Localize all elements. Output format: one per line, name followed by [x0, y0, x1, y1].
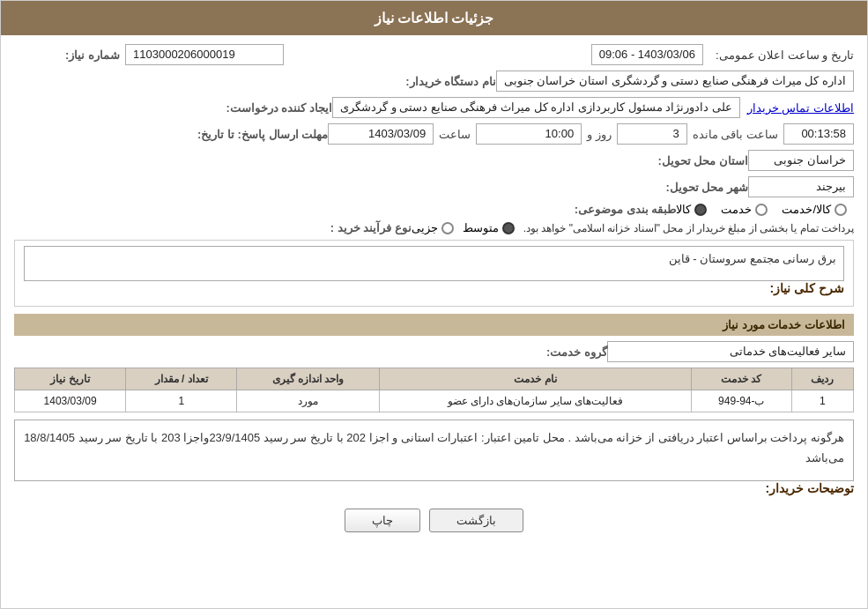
purchase-radio-group: متوسط جزیی	[412, 221, 515, 234]
purchase-note: پرداخت تمام یا بخشی از مبلغ خریدار از مح…	[523, 222, 854, 234]
cell-code: ب-94-949	[692, 390, 792, 412]
deadline-label: مهلت ارسال پاسخ: تا تاریخ:	[190, 128, 328, 141]
category-label-khadamat: خدمت	[721, 203, 752, 216]
contact-link[interactable]: اطلاعات تماس خریدار	[747, 101, 854, 115]
general-desc-section: برق رسانی مجتمع سروستان - قاین شرح کلی ن…	[14, 240, 854, 307]
need-number-section: 1103000206000019 شماره نیاز:	[14, 44, 284, 65]
province-value: خراسان جنوبی	[748, 150, 854, 171]
buttons-row: بازگشت چاپ	[14, 509, 854, 532]
city-row: بیرجند شهر محل تحویل:	[14, 176, 854, 197]
category-row: کالا/خدمت خدمت کالا طبقه بندی موضوعی:	[14, 203, 854, 216]
cell-row-num: 1	[791, 390, 853, 412]
purchase-label-motawaset: متوسط	[463, 221, 499, 234]
time-label: ساعت	[439, 128, 471, 141]
cell-quantity: 1	[126, 390, 237, 412]
announcement-section: تاریخ و ساعت اعلان عمومی: 1403/03/06 - 0…	[591, 44, 854, 65]
col-unit: واحد اندازه گیری	[237, 368, 380, 390]
category-option-kala-khadamat[interactable]: کالا/خدمت	[782, 203, 847, 216]
announcement-row: تاریخ و ساعت اعلان عمومی: 1403/03/06 - 0…	[14, 44, 854, 65]
deadline-date: 1403/03/09	[328, 123, 434, 145]
table-header-row: ردیف کد خدمت نام خدمت واحد اندازه گیری ت…	[15, 368, 854, 390]
day-value: 3	[617, 123, 687, 145]
services-section-header: اطلاعات خدمات مورد نیاز	[14, 314, 854, 336]
back-button[interactable]: بازگشت	[429, 509, 523, 532]
col-code: کد خدمت	[692, 368, 792, 390]
radio-icon	[835, 204, 847, 216]
need-number-label: شماره نیاز:	[14, 48, 120, 62]
radio-icon-jozi	[441, 222, 454, 234]
purchase-option-motawaset[interactable]: متوسط	[463, 221, 515, 234]
table-row: 1 ب-94-949 فعالیت‌های سایر سازمان‌های دا…	[15, 390, 854, 412]
deadline-row: 00:13:58 ساعت باقی مانده 3 روز و 10:00 س…	[14, 123, 854, 145]
purchase-option-jozi[interactable]: جزیی	[412, 221, 454, 234]
page-wrapper: جزئیات اطلاعات نیاز تاریخ و ساعت اعلان ع…	[0, 0, 868, 609]
category-label-kala: کالا	[676, 203, 691, 216]
announcement-label: تاریخ و ساعت اعلان عمومی:	[708, 48, 854, 62]
buyer-notes-label: توضیحات خریدار:	[758, 481, 854, 495]
cell-date: 1403/03/09	[15, 390, 126, 412]
category-radio-group: کالا/خدمت خدمت کالا	[676, 203, 847, 216]
need-number-value: 1103000206000019	[125, 44, 284, 65]
col-name: نام خدمت	[379, 368, 691, 390]
col-row-num: ردیف	[791, 368, 853, 390]
purchase-type-label: نوع فرآیند خرید :	[306, 221, 412, 234]
time-value: 10:00	[476, 123, 582, 145]
page-header: جزئیات اطلاعات نیاز	[1, 1, 867, 35]
remaining-value: 00:13:58	[783, 123, 854, 145]
print-button[interactable]: چاپ	[345, 509, 420, 532]
service-group-label: گروه خدمت:	[501, 345, 607, 359]
content-area: تاریخ و ساعت اعلان عمومی: 1403/03/06 - 0…	[1, 35, 867, 550]
announcement-value: 1403/03/06 - 09:06	[591, 44, 703, 65]
buyer-org-row: اداره کل میراث فرهنگی صنایع دستی و گردشگ…	[14, 71, 854, 92]
services-table: ردیف کد خدمت نام خدمت واحد اندازه گیری ت…	[14, 368, 854, 412]
category-option-kala[interactable]: کالا	[676, 203, 707, 216]
city-label: شهر محل تحویل:	[642, 181, 748, 194]
col-quantity: تعداد / مقدار	[126, 368, 237, 390]
buyer-notes-row: هرگونه پرداخت براساس اعتبار دریافتی از خ…	[14, 420, 854, 495]
day-label: روز و	[587, 128, 612, 141]
general-desc-row: برق رسانی مجتمع سروستان - قاین شرح کلی ن…	[24, 246, 844, 295]
radio-icon-motawaset	[502, 222, 515, 234]
province-label: استان محل تحویل:	[642, 154, 748, 167]
remaining-label: ساعت باقی مانده	[693, 128, 778, 141]
general-desc-value: برق رسانی مجتمع سروستان - قاین	[24, 246, 844, 281]
buyer-notes-value: هرگونه پرداخت براساس اعتبار دریافتی از خ…	[14, 420, 854, 481]
requester-row: اطلاعات تماس خریدار علی دادورنژاد مسئول …	[14, 97, 854, 118]
general-desc-label: شرح کلی نیاز:	[763, 281, 844, 295]
service-group-row: سایر فعالیت‌های خدماتی گروه خدمت:	[14, 341, 854, 362]
category-option-khadamat[interactable]: خدمت	[721, 203, 768, 216]
purchase-type-row: پرداخت تمام یا بخشی از مبلغ خریدار از مح…	[14, 221, 854, 234]
col-date: تاریخ نیاز	[15, 368, 126, 390]
category-label: طبقه بندی موضوعی:	[568, 203, 677, 216]
page-title: جزئیات اطلاعات نیاز	[375, 11, 494, 26]
province-row: خراسان جنوبی استان محل تحویل:	[14, 150, 854, 171]
service-group-value: سایر فعالیت‌های خدماتی	[607, 341, 854, 362]
requester-label: ایجاد کننده درخواست:	[219, 101, 332, 115]
buyer-org-value: اداره کل میراث فرهنگی صنایع دستی و گردشگ…	[496, 71, 854, 92]
cell-unit: مورد	[237, 390, 380, 412]
requester-name: علی دادورنژاد مسئول کاربردازی اداره کل م…	[332, 97, 740, 118]
cell-name: فعالیت‌های سایر سازمان‌های دارای عضو	[379, 390, 691, 412]
radio-icon	[755, 204, 768, 216]
deadline-section: 00:13:58 ساعت باقی مانده 3 روز و 10:00 س…	[328, 123, 854, 145]
city-value: بیرجند	[748, 176, 854, 197]
buyer-org-label: نام دستگاه خریدار:	[390, 75, 496, 88]
radio-icon-selected	[694, 204, 707, 216]
category-label-kala-khadamat: کالا/خدمت	[782, 203, 831, 216]
purchase-label-jozi: جزیی	[412, 221, 438, 234]
